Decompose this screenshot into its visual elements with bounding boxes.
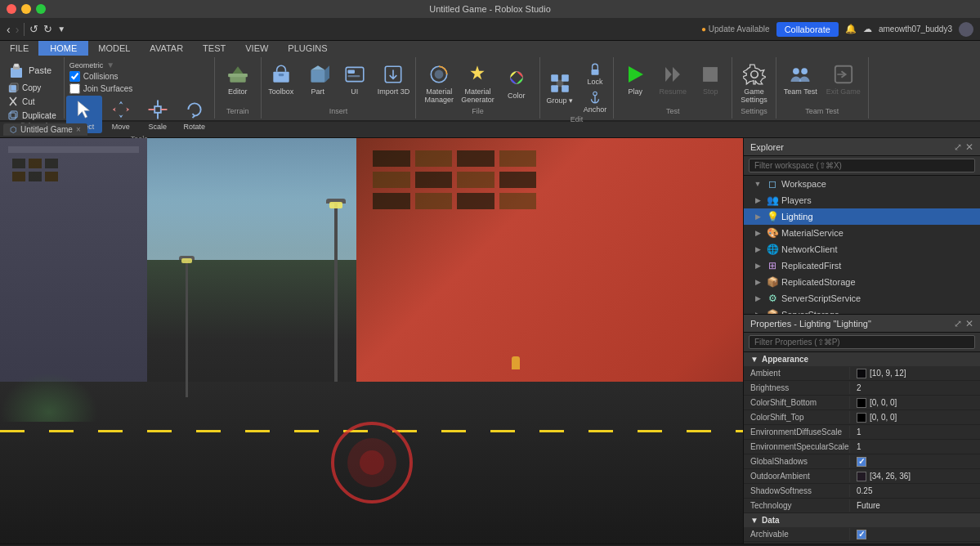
tree-item-serverstorage[interactable]: ▶📦ServerStorage: [744, 307, 980, 314]
exit-game-button[interactable]: Exit Game: [822, 60, 865, 98]
notification-icon[interactable]: 🔔: [845, 24, 857, 34]
tree-item-replicatedfirst[interactable]: ▶⊞ReplicatedFirst: [744, 257, 980, 274]
collisions-checkbox[interactable]: [69, 71, 80, 82]
material-manager-button[interactable]: MaterialManager: [421, 60, 457, 106]
tree-item-materialservice[interactable]: ▶🎨MaterialService: [744, 225, 980, 241]
props-row-archivable[interactable]: Archivable✓: [744, 527, 980, 542]
undo-btn[interactable]: ↺: [29, 23, 38, 35]
team-test-button[interactable]: Team Test: [780, 60, 821, 98]
checkbox-archivable[interactable]: ✓: [857, 530, 866, 539]
close-button[interactable]: [7, 4, 16, 14]
tree-icon-materialservice: 🎨: [766, 226, 779, 239]
anchor-button[interactable]: Anchor: [579, 88, 612, 115]
props-row-outdoorambient[interactable]: OutdoorAmbient[34, 26, 36]: [744, 469, 980, 484]
editor-button[interactable]: Editor: [220, 60, 256, 98]
copy-button[interactable]: Copy: [5, 81, 59, 94]
lock-button[interactable]: Lock: [579, 60, 612, 87]
toolbox-button[interactable]: Toolbox: [263, 60, 299, 98]
color-swatch-ambient[interactable]: [857, 369, 866, 378]
tab-plugins[interactable]: PLUGINS: [278, 41, 337, 56]
right-panel: Explorer ⤢ ✕ ▼◻Workspace▶👥Players▶💡Light…: [743, 138, 980, 544]
viewport-tab[interactable]: ⬡ Untitled Game ×: [3, 123, 87, 136]
ui-button[interactable]: UI: [337, 60, 373, 98]
tree-arrow-replicatedstorage[interactable]: ▶: [752, 278, 763, 286]
props-row-brightness[interactable]: Brightness2: [744, 381, 980, 396]
tree-arrow-workspace[interactable]: ▼: [752, 180, 763, 188]
tree-arrow-lighting[interactable]: ▶: [752, 213, 763, 221]
more-history-btn[interactable]: ▼: [57, 25, 65, 34]
import3d-button[interactable]: Import 3D: [374, 60, 414, 98]
collisions-checkbox-label[interactable]: Collisions: [69, 71, 209, 82]
resume-button[interactable]: Resume: [655, 60, 691, 98]
traffic-lights: [7, 4, 46, 14]
back-btn[interactable]: ‹: [7, 23, 11, 36]
props-value-6[interactable]: ✓: [850, 455, 980, 468]
game-settings-button[interactable]: GameSettings: [736, 60, 772, 106]
play-button[interactable]: Play: [617, 60, 653, 98]
maximize-button[interactable]: [36, 4, 46, 14]
tree-item-networkclient[interactable]: ▶🌐NetworkClient: [744, 241, 980, 257]
group-button[interactable]: Group ▾: [542, 60, 578, 115]
tab-home[interactable]: HOME: [38, 41, 88, 56]
tree-item-workspace[interactable]: ▼◻Workspace: [744, 176, 980, 192]
color-swatch-outdoorambient[interactable]: [857, 472, 866, 481]
tree-arrow-networkclient[interactable]: ▶: [752, 245, 763, 253]
checkbox-globalshadows[interactable]: ✓: [857, 457, 866, 467]
properties-close-icon[interactable]: ✕: [965, 318, 973, 329]
tree-item-serverscriptservice[interactable]: ▶⚙ServerScriptService: [744, 290, 980, 307]
collaborate-button[interactable]: Collaborate: [776, 22, 839, 37]
tree-arrow-serverscriptservice[interactable]: ▶: [752, 294, 763, 302]
properties-expand-icon[interactable]: ⤢: [954, 318, 962, 329]
stop-button[interactable]: Stop: [692, 60, 728, 98]
tab-view[interactable]: VIEW: [235, 41, 278, 56]
viewport-tab-close[interactable]: ×: [76, 125, 81, 134]
rotate-button[interactable]: Rotate: [177, 96, 213, 133]
material-generator-button[interactable]: MaterialGenerator: [458, 60, 498, 106]
duplicate-button[interactable]: Duplicate: [5, 109, 59, 122]
props-row-ambient[interactable]: Ambient[10, 9, 12]: [744, 366, 980, 381]
tree-arrow-materialservice[interactable]: ▶: [752, 229, 763, 237]
cut-button[interactable]: Cut: [5, 95, 59, 108]
props-section-0[interactable]: ▼Appearance: [744, 352, 980, 366]
color-swatch-colorshift_top[interactable]: [857, 413, 866, 423]
props-section-1[interactable]: ▼Data: [744, 513, 980, 527]
props-value-0[interactable]: ✓: [850, 528, 980, 541]
tree-arrow-replicatedfirst[interactable]: ▶: [752, 262, 763, 270]
cloud-icon[interactable]: ☁: [863, 24, 872, 34]
join-surfaces-checkbox[interactable]: [69, 83, 80, 94]
join-surfaces-checkbox-label[interactable]: Join Surfaces: [69, 83, 209, 94]
props-row-environmentspecularscale[interactable]: EnvironmentSpecularScale1: [744, 440, 980, 454]
viewport[interactable]: FUNDAMENTALS: [0, 138, 743, 544]
tree-item-lighting[interactable]: ▶💡Lighting: [744, 208, 980, 225]
tree-label-serverstorage: ServerStorage: [781, 310, 980, 314]
tree-arrow-players[interactable]: ▶: [752, 196, 763, 204]
explorer-filter-input[interactable]: [749, 159, 975, 172]
redo-btn[interactable]: ↻: [43, 23, 52, 35]
props-row-colorshift-top[interactable]: ColorShift_Top[0, 0, 0]: [744, 410, 980, 425]
props-row-globalshadows[interactable]: GlobalShadows✓: [744, 454, 980, 469]
color-swatch-colorshift_bottom[interactable]: [857, 398, 866, 408]
paste-button[interactable]: Paste: [5, 60, 59, 80]
tab-file[interactable]: FILE: [0, 41, 38, 56]
move-button[interactable]: Move: [103, 96, 139, 133]
props-row-shadowsoftness[interactable]: ShadowSoftness0.25: [744, 484, 980, 499]
props-row-environmentdiffusescale[interactable]: EnvironmentDiffuseScale1: [744, 425, 980, 440]
tab-test[interactable]: TEST: [193, 41, 235, 56]
explorer-expand-icon[interactable]: ⤢: [954, 141, 962, 153]
tree-icon-workspace: ◻: [766, 177, 779, 190]
tree-item-players[interactable]: ▶👥Players: [744, 192, 980, 208]
explorer-close-icon[interactable]: ✕: [965, 141, 973, 153]
color-button[interactable]: Color: [499, 60, 535, 106]
properties-filter-input[interactable]: [749, 335, 975, 349]
scale-button[interactable]: Scale: [140, 96, 176, 133]
props-row-technology[interactable]: TechnologyFuture: [744, 499, 980, 513]
tree-item-replicatedstorage[interactable]: ▶📦ReplicatedStorage: [744, 274, 980, 290]
part-button[interactable]: Part: [300, 60, 336, 98]
minimize-button[interactable]: [21, 4, 31, 14]
tree-arrow-serverstorage[interactable]: ▶: [752, 311, 763, 314]
tab-model[interactable]: MODEL: [88, 41, 140, 56]
props-row-colorshift-bottom[interactable]: ColorShift_Bottom[0, 0, 0]: [744, 396, 980, 410]
forward-btn[interactable]: ›: [16, 23, 20, 36]
update-indicator: ● Update Available: [701, 25, 770, 34]
tab-avatar[interactable]: AVATAR: [140, 41, 193, 56]
